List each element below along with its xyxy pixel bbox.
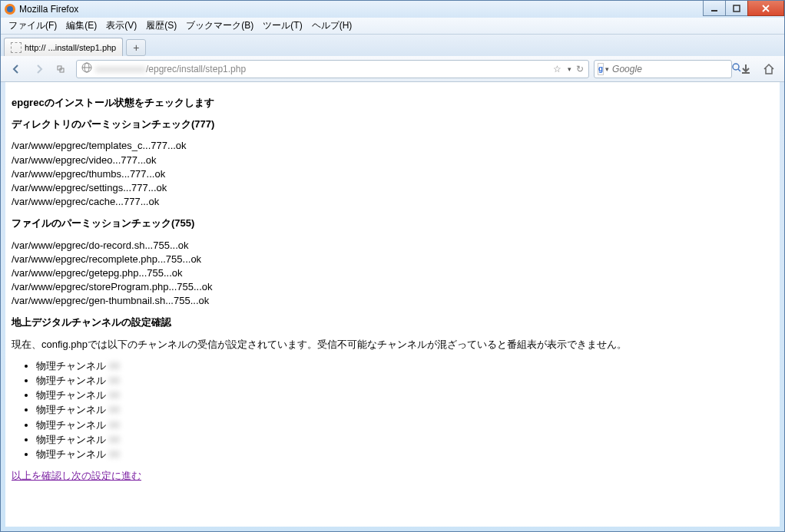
page-title: epgrecのインストール状態をチェックします <box>12 96 773 110</box>
reload-icon[interactable]: ↻ <box>576 64 584 74</box>
browser-window: Mozilla Firefox ファイル(F) 編集(E) 表示(V) 履歴(S… <box>0 0 785 532</box>
page-content: epgrecのインストール状態をチェックします ディレクトリのパーミッションチェ… <box>5 82 780 527</box>
firefox-icon <box>4 3 16 15</box>
home-button[interactable] <box>760 60 778 78</box>
perm-line: /var/www/epgrec/thumbs...777...ok <box>12 167 773 181</box>
perm-line: /var/www/epgrec/getepg.php...755...ok <box>12 266 773 280</box>
next-step-link[interactable]: 以上を確認し次の設定に進む <box>12 470 141 481</box>
downloads-button[interactable] <box>737 60 755 78</box>
svg-rect-3 <box>734 5 740 12</box>
svg-point-1 <box>7 6 13 12</box>
tabgroup-button[interactable] <box>53 60 71 78</box>
channel-item: 物理チャンネル 00 <box>36 418 773 432</box>
channel-item: 物理チャンネル 00 <box>36 374 773 388</box>
minimize-button[interactable] <box>703 1 726 16</box>
section-file-permissions: ファイルのパーミッションチェック(755) /var/www/epgrec/do… <box>12 216 773 308</box>
perm-line: /var/www/epgrec/storeProgram.php...755..… <box>12 280 773 294</box>
perm-line: /var/www/epgrec/templates_c...777...ok <box>12 139 773 153</box>
menu-view[interactable]: 表示(V) <box>101 18 141 34</box>
perm-line: /var/www/epgrec/video...777...ok <box>12 154 773 167</box>
menu-history[interactable]: 履歴(S) <box>141 18 181 34</box>
url-end-controls: ☆ ▾ ↻ <box>553 64 584 74</box>
search-bar[interactable]: g ▾ <box>594 60 732 78</box>
url-bar[interactable]: xxxxxxxxxxx ☆ ▾ ↻ <box>76 60 589 78</box>
perm-line: /var/www/epgrec/cache...777...ok <box>12 195 773 209</box>
channel-item: 物理チャンネル 00 <box>36 433 773 447</box>
svg-rect-2 <box>711 10 717 12</box>
url-host-blurred: xxxxxxxxxxx <box>95 64 146 74</box>
menu-tools[interactable]: ツール(T) <box>258 18 306 34</box>
channel-item: 物理チャンネル 00 <box>36 448 773 461</box>
perm-line: /var/www/epgrec/recomplete.php...755...o… <box>12 253 773 266</box>
section-dir-permissions: ディレクトリのパーミッションチェック(777) /var/www/epgrec/… <box>12 117 773 209</box>
section-channels: 地上デジタルチャンネルの設定確認 現在、config.phpでは以下のチャンネル… <box>12 316 773 461</box>
channel-item: 物理チャンネル 00 <box>36 388 773 402</box>
channel-item: 物理チャンネル 00 <box>36 403 773 417</box>
dropdown-icon[interactable]: ▾ <box>568 65 571 73</box>
new-tab-button[interactable]: + <box>126 39 146 56</box>
url-input[interactable] <box>146 64 553 74</box>
titlebar: Mozilla Firefox <box>1 1 784 18</box>
tab-label: http:// ...install/step1.php <box>25 43 116 52</box>
menubar: ファイル(F) 編集(E) 表示(V) 履歴(S) ブックマーク(B) ツール(… <box>1 18 784 35</box>
perm-line: /var/www/epgrec/do-record.sh...755...ok <box>12 239 773 253</box>
perm-line: /var/www/epgrec/settings...777...ok <box>12 181 773 195</box>
section-heading: ファイルのパーミッションチェック(755) <box>12 216 773 230</box>
page-icon <box>11 42 22 53</box>
perm-line: /var/www/epgrec/gen-thumbnail.sh...755..… <box>12 294 773 308</box>
section-heading: ディレクトリのパーミッションチェック(777) <box>12 117 773 131</box>
channel-item: 物理チャンネル 00 <box>36 359 773 373</box>
tabbar: http:// ...install/step1.php + <box>1 35 784 56</box>
menu-bookmarks[interactable]: ブックマーク(B) <box>181 18 258 34</box>
browser-tab[interactable]: http:// ...install/step1.php <box>4 38 123 56</box>
section-heading: 地上デジタルチャンネルの設定確認 <box>12 316 773 329</box>
window-title: Mozilla Firefox <box>19 4 78 15</box>
bookmark-star-icon[interactable]: ☆ <box>553 64 561 74</box>
channel-desc: 現在、config.phpでは以下のチャンネルの受信が設定されています。受信不可… <box>12 338 773 352</box>
google-icon: g <box>598 63 604 75</box>
search-input[interactable] <box>609 64 731 74</box>
globe-icon <box>81 62 92 75</box>
menu-help[interactable]: ヘルプ(H) <box>307 18 357 34</box>
close-button[interactable] <box>747 1 784 16</box>
navbar: xxxxxxxxxxx ☆ ▾ ↻ g ▾ <box>1 56 784 82</box>
window-controls <box>704 1 784 16</box>
menu-file[interactable]: ファイル(F) <box>4 18 61 34</box>
maximize-button[interactable] <box>725 1 748 16</box>
channel-list: 物理チャンネル 00 物理チャンネル 00 物理チャンネル 00 物理チャンネル… <box>36 359 773 461</box>
forward-button[interactable] <box>30 60 48 78</box>
menu-edit[interactable]: 編集(E) <box>61 18 101 34</box>
back-button[interactable] <box>7 60 25 78</box>
